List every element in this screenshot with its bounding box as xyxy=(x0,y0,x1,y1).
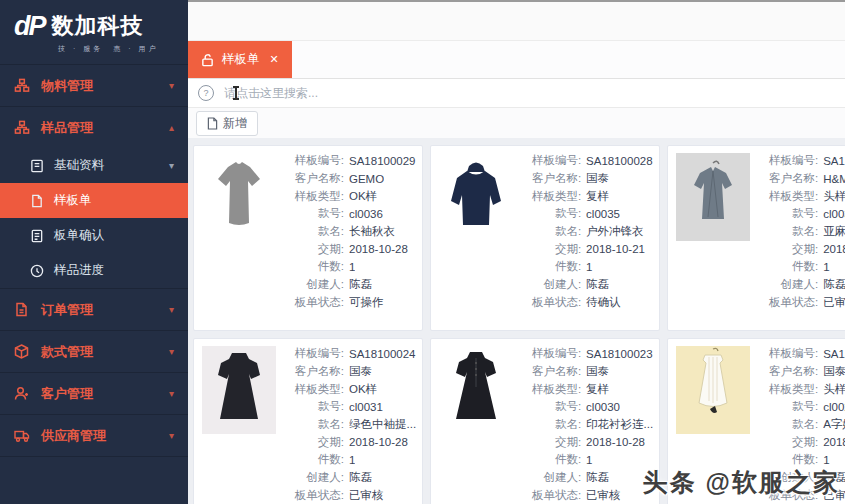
user-icon xyxy=(14,386,31,402)
field-label: 样板类型: xyxy=(754,382,818,397)
sidebar-nav: 物料管理 ▾ 样品管理 ▴ 基础资料 ▾ xyxy=(0,64,188,458)
sidebar-item-sample-progress[interactable]: 样品进度 xyxy=(0,253,188,288)
field-value: 1 xyxy=(349,261,355,273)
logo-mark: dP xyxy=(14,13,45,40)
field-value: 户外冲锋衣 xyxy=(586,224,644,239)
sidebar-item-board-confirm[interactable]: 板单确认 xyxy=(0,218,188,253)
field-value: SA18100027 xyxy=(823,155,845,167)
field-label: 款名: xyxy=(517,417,581,432)
sample-card[interactable]: 样板编号:SA18100028 客户名称:国泰 样板类型:复样 款号:cl003… xyxy=(430,145,660,331)
field-label: 样板类型: xyxy=(280,382,344,397)
file-icon xyxy=(30,193,45,208)
sidebar-item-label: 供应商管理 xyxy=(41,427,106,445)
sidebar-item-sample-board[interactable]: 样板单 xyxy=(0,183,188,218)
sidebar-item-label: 订单管理 xyxy=(41,301,93,319)
question-circle-icon: ? xyxy=(198,85,214,101)
sidebar-item-order[interactable]: 订单管理 ▾ xyxy=(0,288,188,330)
field-value: 1 xyxy=(823,454,829,466)
product-image xyxy=(202,153,276,241)
field-value: cl0030 xyxy=(586,401,620,413)
app-logo: dP 数加科技 技 · 服务 惠 · 用户 xyxy=(0,0,188,62)
field-label: 款号: xyxy=(754,399,818,414)
field-value: 国泰 xyxy=(823,364,845,379)
field-value: 1 xyxy=(823,261,829,273)
product-image xyxy=(439,153,513,241)
field-label: 板单状态: xyxy=(280,295,344,310)
field-label: 板单状态: xyxy=(754,295,818,310)
file-icon xyxy=(14,302,31,318)
sidebar-item-customer[interactable]: 客户管理 ▾ xyxy=(0,372,188,414)
document-icon xyxy=(30,158,45,173)
close-icon[interactable]: ✕ xyxy=(270,53,279,66)
watermark: 头条 @软服之家 xyxy=(643,466,840,499)
field-value: 1 xyxy=(586,454,592,466)
field-label: 交期: xyxy=(517,435,581,450)
add-button-label: 新增 xyxy=(223,115,247,132)
field-label: 款号: xyxy=(517,206,581,221)
main-area: 样板单 ✕ ? 新增 样板编号:SA xyxy=(188,0,845,504)
product-image xyxy=(676,346,750,434)
field-label: 款名: xyxy=(517,224,581,239)
field-value: 可操作 xyxy=(349,295,384,310)
field-value: cl0034 xyxy=(823,208,845,220)
sidebar-item-material[interactable]: 物料管理 ▾ xyxy=(0,64,188,106)
new-document-icon xyxy=(207,117,218,130)
sidebar-item-label: 样板单 xyxy=(54,192,92,209)
sidebar-item-label: 样品进度 xyxy=(54,262,104,279)
sample-card[interactable]: 样板编号:SA18100023 客户名称:国泰 样板类型:复样 款号:cl003… xyxy=(430,338,660,504)
sidebar-item-basic-data[interactable]: 基础资料 ▾ xyxy=(0,148,188,183)
field-label: 交期: xyxy=(754,242,818,257)
field-label: 创建人: xyxy=(754,277,818,292)
field-value: SA18100029 xyxy=(349,155,416,167)
logo-tagline: 技 · 服务 惠 · 用户 xyxy=(58,44,176,54)
sample-card[interactable]: 样板编号:SA18100029 客户名称:GEMO 样板类型:OK样 款号:cl… xyxy=(193,145,423,331)
add-button[interactable]: 新增 xyxy=(196,111,258,136)
app-window: dP 数加科技 技 · 服务 惠 · 用户 物料管理 ▾ 样品管理 ▴ xyxy=(0,0,845,504)
field-label: 件数: xyxy=(280,452,344,467)
field-label: 件数: xyxy=(517,452,581,467)
field-value: SA18100022 xyxy=(823,348,845,360)
field-label: 交期: xyxy=(517,242,581,257)
cube-icon xyxy=(14,344,31,360)
sitemap-icon xyxy=(14,78,31,94)
field-value: A字娃娃款... xyxy=(823,417,845,432)
field-label: 样板编号: xyxy=(517,153,581,168)
sidebar-item-label: 样品管理 xyxy=(41,119,93,137)
sample-card[interactable]: 样板编号:SA18100024 客户名称:国泰 样板类型:OK样 款号:cl00… xyxy=(193,338,423,504)
field-label: 客户名称: xyxy=(280,364,344,379)
field-label: 款号: xyxy=(280,206,344,221)
field-value: 2018-10-28 xyxy=(349,436,408,448)
field-label: 款名: xyxy=(280,417,344,432)
field-value: 国泰 xyxy=(349,364,372,379)
search-input[interactable] xyxy=(222,85,835,101)
field-value: 陈磊 xyxy=(823,277,845,292)
tab-sample-board[interactable]: 样板单 ✕ xyxy=(188,41,292,78)
field-value: 1 xyxy=(586,261,592,273)
lock-open-icon xyxy=(201,53,214,67)
field-label: 客户名称: xyxy=(280,171,344,186)
search-bar: ? xyxy=(188,79,845,108)
sample-card[interactable]: 样板编号:SA18100027 客户名称:H&M 样板类型:头样 款号:cl00… xyxy=(667,145,845,331)
field-label: 款号: xyxy=(280,399,344,414)
field-value: 绿色中袖提... xyxy=(349,417,416,432)
field-label: 样板编号: xyxy=(280,346,344,361)
field-value: 亚麻翻领衬... xyxy=(823,224,845,239)
sidebar-item-supplier[interactable]: 供应商管理 ▾ xyxy=(0,414,188,456)
field-label: 件数: xyxy=(280,259,344,274)
sitemap-icon xyxy=(14,120,31,136)
field-label: 交期: xyxy=(280,242,344,257)
field-value: cl0036 xyxy=(349,208,383,220)
nav-divider xyxy=(0,456,188,458)
field-value: 已审核 xyxy=(823,295,845,310)
file-check-icon xyxy=(30,228,45,243)
field-value: cl0035 xyxy=(586,208,620,220)
sidebar-item-style[interactable]: 款式管理 ▾ xyxy=(0,330,188,372)
field-label: 款号: xyxy=(754,206,818,221)
sidebar-item-sample[interactable]: 样品管理 ▴ xyxy=(0,106,188,148)
field-value: 已审核 xyxy=(349,488,384,503)
field-label: 款号: xyxy=(517,399,581,414)
field-label: 款名: xyxy=(754,224,818,239)
field-value: 印花衬衫连... xyxy=(586,417,653,432)
field-label: 款名: xyxy=(754,417,818,432)
chevron-up-icon: ▴ xyxy=(169,122,174,133)
